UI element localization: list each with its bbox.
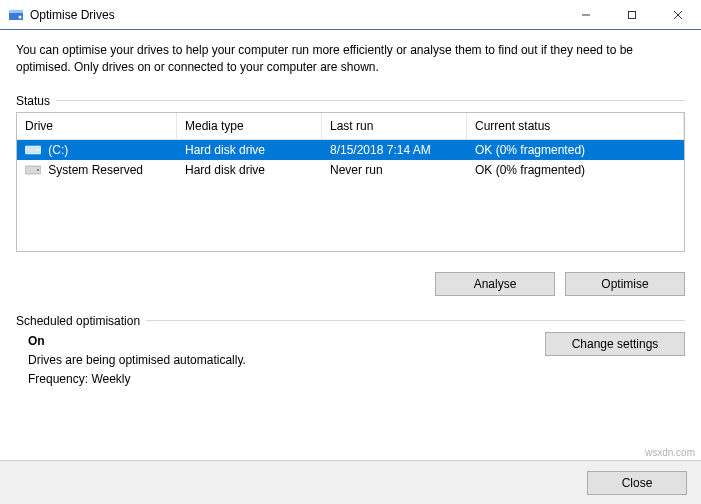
scheduled-label: Scheduled optimisation	[16, 314, 140, 328]
col-header-last[interactable]: Last run	[322, 113, 467, 139]
drive-name: (C:)	[48, 143, 68, 157]
scheduled-frequency: Frequency: Weekly	[28, 370, 545, 389]
svg-rect-1	[9, 10, 23, 13]
col-header-status[interactable]: Current status	[467, 113, 684, 139]
drive-last-run: 8/15/2018 7:14 AM	[322, 143, 467, 157]
status-group: Status	[16, 94, 685, 108]
close-button[interactable]: Close	[587, 471, 687, 495]
drive-last-run: Never run	[322, 163, 467, 177]
content-area: You can optimise your drives to help you…	[0, 30, 701, 389]
drive-media: Hard disk drive	[177, 143, 322, 157]
col-header-drive[interactable]: Drive	[17, 113, 177, 139]
window-title: Optimise Drives	[30, 8, 563, 22]
minimize-button[interactable]	[563, 0, 609, 29]
footer: Close	[0, 460, 701, 504]
maximize-button[interactable]	[609, 0, 655, 29]
drive-name: System Reserved	[48, 163, 143, 177]
scheduled-group: Scheduled optimisation	[16, 314, 685, 328]
drive-row[interactable]: System Reserved Hard disk drive Never ru…	[17, 160, 684, 180]
status-label: Status	[16, 94, 50, 108]
scheduled-body: On Drives are being optimised automatica…	[16, 332, 685, 390]
analyse-button[interactable]: Analyse	[435, 272, 555, 296]
drive-media: Hard disk drive	[177, 163, 322, 177]
action-buttons: Analyse Optimise	[16, 272, 685, 296]
scheduled-desc: Drives are being optimised automatically…	[28, 351, 545, 370]
watermark: wsxdn.com	[645, 447, 695, 458]
drive-list: Drive Media type Last run Current status…	[16, 112, 685, 252]
drive-row[interactable]: (C:) Hard disk drive 8/15/2018 7:14 AM O…	[17, 140, 684, 160]
drive-icon	[25, 164, 41, 176]
scheduled-state: On	[28, 332, 545, 351]
intro-text: You can optimise your drives to help you…	[16, 42, 685, 76]
drive-status: OK (0% fragmented)	[467, 163, 684, 177]
drive-list-header: Drive Media type Last run Current status	[17, 113, 684, 140]
close-window-button[interactable]	[655, 0, 701, 29]
titlebar: Optimise Drives	[0, 0, 701, 30]
window-controls	[563, 0, 701, 29]
optimise-button[interactable]: Optimise	[565, 272, 685, 296]
svg-point-10	[37, 169, 39, 171]
col-header-media[interactable]: Media type	[177, 113, 322, 139]
app-icon	[8, 7, 24, 23]
svg-rect-4	[629, 11, 636, 18]
change-settings-button[interactable]: Change settings	[545, 332, 685, 356]
drive-icon	[25, 144, 41, 156]
svg-point-8	[37, 149, 39, 151]
drive-status: OK (0% fragmented)	[467, 143, 684, 157]
scheduled-text: On Drives are being optimised automatica…	[28, 332, 545, 390]
svg-point-2	[19, 15, 22, 18]
